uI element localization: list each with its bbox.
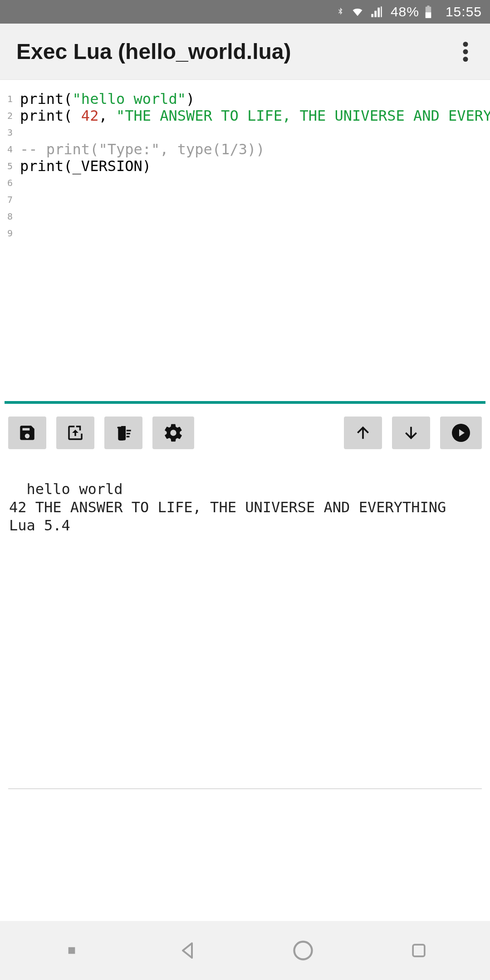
toolbar (0, 404, 490, 462)
token-fn: print (20, 157, 64, 175)
token-punc: ) (142, 157, 151, 175)
code-line[interactable]: print( 42, "THE ANSWER TO LIFE, THE UNIV… (20, 108, 490, 124)
token-punc: ) (186, 90, 195, 108)
code-line[interactable]: print(_VERSION) (20, 158, 490, 175)
scroll-up-button[interactable] (344, 416, 382, 449)
svg-point-5 (463, 57, 468, 62)
line-number: 2 (0, 108, 20, 124)
token-str: "hello world" (73, 90, 186, 108)
battery-percent: 48% (391, 4, 419, 20)
scroll-down-button[interactable] (392, 416, 430, 449)
arrow-up-icon (354, 424, 372, 442)
recent-small-icon (67, 946, 77, 956)
line-number: 9 (0, 225, 20, 242)
save-button[interactable] (8, 416, 46, 449)
play-circle-icon (450, 422, 472, 444)
gear-icon (163, 422, 184, 443)
svg-rect-8 (127, 433, 130, 434)
clear-all-icon (113, 424, 133, 442)
line-number: 3 (0, 124, 20, 141)
token-punc: ( (64, 157, 72, 175)
code-line[interactable] (20, 175, 490, 191)
line-number: 6 (0, 175, 20, 191)
line-number: 4 (0, 141, 20, 158)
token-comment: -- print("Type:", type(1/3)) (20, 141, 265, 158)
code-area[interactable]: print("hello world")print( 42, "THE ANSW… (20, 89, 490, 401)
bluetooth-icon (335, 5, 345, 19)
nav-back[interactable] (172, 935, 203, 966)
token-str: "THE ANSWER TO LIFE, THE UNIVERSE AND EV… (116, 107, 490, 124)
svg-rect-13 (413, 945, 425, 956)
token-punc: ( (64, 107, 81, 124)
clear-button[interactable] (104, 416, 142, 449)
output-text: hello world 42 THE ANSWER TO LIFE, THE U… (9, 480, 446, 534)
save-icon (18, 423, 37, 442)
line-number: 5 (0, 158, 20, 175)
battery-icon (424, 5, 433, 19)
svg-rect-11 (68, 947, 75, 954)
token-punc: , (98, 107, 116, 124)
more-button[interactable] (455, 41, 476, 63)
svg-point-12 (294, 942, 312, 960)
svg-point-4 (463, 49, 468, 54)
token-global: _VERSION (73, 157, 142, 175)
code-line[interactable]: print("hello world") (20, 91, 490, 108)
arrow-down-icon (402, 424, 420, 442)
more-vert-icon (463, 42, 468, 62)
svg-rect-9 (127, 436, 130, 437)
svg-rect-6 (118, 427, 126, 428)
code-line[interactable] (20, 191, 490, 208)
output-bottom-divider (8, 789, 482, 789)
status-time: 15:55 (446, 4, 482, 20)
token-fn: print (20, 107, 64, 124)
android-nav-bar (0, 921, 490, 980)
svg-rect-7 (127, 430, 131, 431)
overview-square-icon (409, 941, 429, 960)
code-editor[interactable]: 123456789 print("hello world")print( 42,… (0, 80, 490, 401)
app-bar: Exec Lua (hello_world.lua) (0, 24, 490, 80)
code-line[interactable] (20, 124, 490, 141)
line-number: 1 (0, 91, 20, 108)
code-line[interactable] (20, 208, 490, 225)
line-number: 8 (0, 208, 20, 225)
status-bar: 48% 15:55 (0, 0, 490, 24)
output-console[interactable]: hello world 42 THE ANSWER TO LIFE, THE U… (0, 462, 490, 789)
svg-rect-2 (426, 12, 431, 18)
nav-recent-small[interactable] (56, 935, 88, 966)
nav-overview[interactable] (403, 935, 435, 966)
wifi-icon (350, 5, 365, 18)
run-button[interactable] (440, 416, 482, 449)
line-number-gutter: 123456789 (0, 89, 20, 401)
code-line[interactable]: -- print("Type:", type(1/3)) (20, 141, 490, 158)
open-icon (66, 423, 85, 442)
line-number: 7 (0, 191, 20, 208)
open-button[interactable] (56, 416, 94, 449)
home-circle-icon (291, 939, 315, 962)
page-title: Exec Lua (hello_world.lua) (16, 39, 291, 64)
code-line[interactable] (20, 225, 490, 242)
svg-rect-1 (427, 5, 429, 7)
settings-button[interactable] (152, 416, 194, 449)
svg-point-3 (463, 42, 468, 47)
signal-icon (370, 5, 383, 18)
token-fn: print (20, 90, 64, 108)
token-punc: ( (64, 90, 72, 108)
nav-home[interactable] (287, 935, 319, 966)
back-triangle-icon (176, 940, 198, 961)
token-num: 42 (81, 107, 99, 124)
